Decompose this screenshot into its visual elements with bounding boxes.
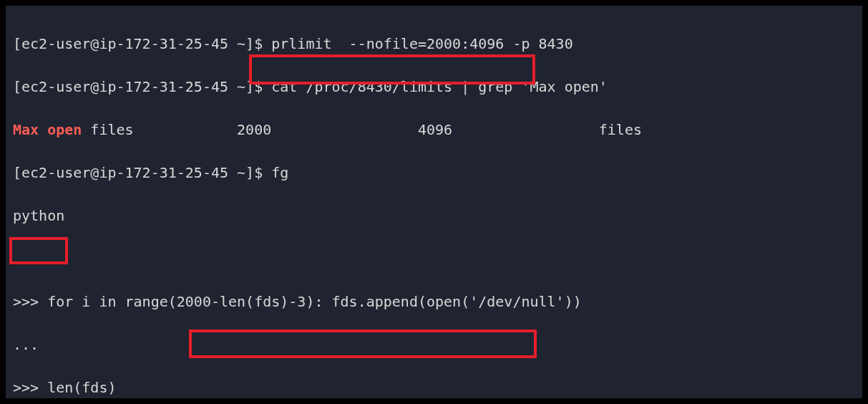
command-text: fg — [271, 164, 288, 181]
terminal-line: [ec2-user@ip-172-31-25-45 ~]$ cat /proc/… — [13, 76, 855, 97]
command-text: cat /proc/8430/limits | grep 'Max open' — [271, 78, 608, 95]
limits-output: files 2000 4096 files — [82, 121, 642, 138]
terminal-line: Max open files 2000 4096 files — [13, 119, 855, 140]
terminal-line: python — [13, 205, 855, 226]
terminal-line: [ec2-user@ip-172-31-25-45 ~]$ fg — [13, 162, 855, 183]
shell-prompt: [ec2-user@ip-172-31-25-45 ~]$ — [13, 78, 271, 95]
terminal-line: [ec2-user@ip-172-31-25-45 ~]$ prlimit --… — [13, 33, 855, 54]
highlight-box-count — [9, 237, 68, 264]
terminal-line: ... — [13, 334, 855, 355]
shell-prompt: [ec2-user@ip-172-31-25-45 ~]$ — [13, 35, 271, 52]
shell-prompt: [ec2-user@ip-172-31-25-45 ~]$ — [13, 164, 271, 181]
grep-match: Max open — [13, 121, 82, 138]
terminal-line: >>> len(fds) — [13, 377, 855, 398]
terminal-window[interactable]: [ec2-user@ip-172-31-25-45 ~]$ prlimit --… — [6, 6, 862, 398]
command-text: prlimit --nofile=2000:4096 -p 8430 — [271, 35, 572, 52]
terminal-line: >>> for i in range(2000-len(fds)-3): fds… — [13, 291, 855, 312]
